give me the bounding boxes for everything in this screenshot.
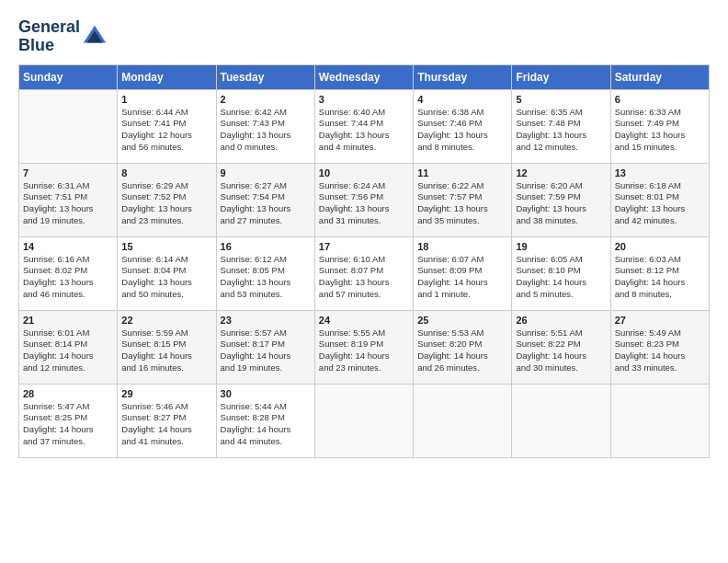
day-info: Sunrise: 5:46 AMSunset: 8:27 PMDaylight:… [121,401,211,448]
calendar-cell: 18Sunrise: 6:07 AMSunset: 8:09 PMDayligh… [414,236,512,310]
day-info: Sunrise: 6:12 AMSunset: 8:05 PMDaylight:… [221,254,311,301]
calendar-cell [314,384,413,457]
header-saturday: Saturday [610,64,709,89]
calendar-cell: 23Sunrise: 5:57 AMSunset: 8:17 PMDayligh… [216,310,314,384]
calendar-table: SundayMondayTuesdayWednesdayThursdayFrid… [18,64,710,458]
calendar-cell: 29Sunrise: 5:46 AMSunset: 8:27 PMDayligh… [118,384,216,457]
day-number: 27 [615,315,705,326]
day-number: 18 [417,241,507,252]
day-number: 21 [23,315,113,326]
day-info: Sunrise: 5:49 AMSunset: 8:23 PMDaylight:… [615,327,705,374]
header-friday: Friday [512,64,610,89]
calendar-cell: 11Sunrise: 6:22 AMSunset: 7:57 PMDayligh… [414,163,512,236]
day-info: Sunrise: 6:07 AMSunset: 8:09 PMDaylight:… [417,254,507,301]
day-number: 11 [417,167,507,178]
day-info: Sunrise: 5:47 AMSunset: 8:25 PMDaylight:… [23,401,113,448]
calendar-cell: 19Sunrise: 6:05 AMSunset: 8:10 PMDayligh… [512,236,610,310]
day-info: Sunrise: 5:53 AMSunset: 8:20 PMDaylight:… [417,327,507,374]
calendar-week-row: 14Sunrise: 6:16 AMSunset: 8:02 PMDayligh… [19,236,710,310]
day-number: 24 [319,315,409,326]
day-number: 29 [121,388,211,399]
day-number: 16 [221,241,311,252]
day-info: Sunrise: 6:10 AMSunset: 8:07 PMDaylight:… [319,254,409,301]
day-number: 6 [615,94,705,105]
calendar-cell: 3Sunrise: 6:40 AMSunset: 7:44 PMDaylight… [314,89,413,163]
page-header: General Blue [18,18,710,55]
day-info: Sunrise: 6:01 AMSunset: 8:14 PMDaylight:… [23,327,113,374]
calendar-week-row: 7Sunrise: 6:31 AMSunset: 7:51 PMDaylight… [19,163,710,236]
day-number: 30 [221,388,311,399]
day-number: 19 [516,241,606,252]
day-info: Sunrise: 6:33 AMSunset: 7:49 PMDaylight:… [615,107,705,154]
calendar-cell: 22Sunrise: 5:59 AMSunset: 8:15 PMDayligh… [118,310,216,384]
calendar-cell: 1Sunrise: 6:44 AMSunset: 7:41 PMDaylight… [118,89,216,163]
calendar-cell: 27Sunrise: 5:49 AMSunset: 8:23 PMDayligh… [610,310,709,384]
calendar-cell: 9Sunrise: 6:27 AMSunset: 7:54 PMDaylight… [216,163,314,236]
day-info: Sunrise: 5:57 AMSunset: 8:17 PMDaylight:… [221,327,311,374]
day-info: Sunrise: 6:40 AMSunset: 7:44 PMDaylight:… [319,107,409,154]
day-number: 23 [221,315,311,326]
calendar-cell: 20Sunrise: 6:03 AMSunset: 8:12 PMDayligh… [610,236,709,310]
calendar-cell: 26Sunrise: 5:51 AMSunset: 8:22 PMDayligh… [512,310,610,384]
calendar-cell: 15Sunrise: 6:14 AMSunset: 8:04 PMDayligh… [118,236,216,310]
calendar-cell: 30Sunrise: 5:44 AMSunset: 8:28 PMDayligh… [216,384,314,457]
calendar-cell: 2Sunrise: 6:42 AMSunset: 7:43 PMDaylight… [216,89,314,163]
calendar-cell: 17Sunrise: 6:10 AMSunset: 8:07 PMDayligh… [314,236,413,310]
calendar-cell: 25Sunrise: 5:53 AMSunset: 8:20 PMDayligh… [414,310,512,384]
day-info: Sunrise: 6:27 AMSunset: 7:54 PMDaylight:… [221,180,311,227]
day-number: 25 [417,315,507,326]
calendar-header-row: SundayMondayTuesdayWednesdayThursdayFrid… [19,64,710,89]
day-number: 8 [121,167,211,178]
day-info: Sunrise: 6:38 AMSunset: 7:46 PMDaylight:… [417,107,507,154]
day-number: 5 [516,94,606,105]
logo: General Blue [18,18,108,55]
day-number: 1 [121,94,211,105]
header-tuesday: Tuesday [216,64,314,89]
day-info: Sunrise: 5:55 AMSunset: 8:19 PMDaylight:… [319,327,409,374]
calendar-cell [19,89,118,163]
day-info: Sunrise: 5:51 AMSunset: 8:22 PMDaylight:… [516,327,606,374]
logo-text: General Blue [18,18,80,55]
day-info: Sunrise: 6:42 AMSunset: 7:43 PMDaylight:… [221,107,311,154]
day-number: 14 [23,241,113,252]
calendar-cell: 12Sunrise: 6:20 AMSunset: 7:59 PMDayligh… [512,163,610,236]
day-number: 22 [121,315,211,326]
calendar-cell: 21Sunrise: 6:01 AMSunset: 8:14 PMDayligh… [19,310,118,384]
day-number: 17 [319,241,409,252]
day-info: Sunrise: 6:03 AMSunset: 8:12 PMDaylight:… [615,254,705,301]
calendar-cell: 5Sunrise: 6:35 AMSunset: 7:48 PMDaylight… [512,89,610,163]
day-number: 7 [23,167,113,178]
calendar-cell: 4Sunrise: 6:38 AMSunset: 7:46 PMDaylight… [414,89,512,163]
day-number: 15 [121,241,211,252]
header-monday: Monday [118,64,216,89]
day-info: Sunrise: 6:22 AMSunset: 7:57 PMDaylight:… [417,180,507,227]
header-thursday: Thursday [414,64,512,89]
day-number: 13 [615,167,705,178]
day-info: Sunrise: 6:16 AMSunset: 8:02 PMDaylight:… [23,254,113,301]
calendar-cell: 13Sunrise: 6:18 AMSunset: 8:01 PMDayligh… [610,163,709,236]
day-info: Sunrise: 5:59 AMSunset: 8:15 PMDaylight:… [121,327,211,374]
day-info: Sunrise: 6:29 AMSunset: 7:52 PMDaylight:… [121,180,211,227]
day-info: Sunrise: 6:35 AMSunset: 7:48 PMDaylight:… [516,107,606,154]
day-number: 9 [221,167,311,178]
day-info: Sunrise: 6:14 AMSunset: 8:04 PMDaylight:… [121,254,211,301]
day-number: 10 [319,167,409,178]
day-number: 2 [221,94,311,105]
calendar-cell: 16Sunrise: 6:12 AMSunset: 8:05 PMDayligh… [216,236,314,310]
day-number: 26 [516,315,606,326]
day-number: 12 [516,167,606,178]
calendar-cell: 8Sunrise: 6:29 AMSunset: 7:52 PMDaylight… [118,163,216,236]
day-info: Sunrise: 6:05 AMSunset: 8:10 PMDaylight:… [516,254,606,301]
calendar-cell: 14Sunrise: 6:16 AMSunset: 8:02 PMDayligh… [19,236,118,310]
day-info: Sunrise: 6:20 AMSunset: 7:59 PMDaylight:… [516,180,606,227]
calendar-week-row: 28Sunrise: 5:47 AMSunset: 8:25 PMDayligh… [19,384,710,457]
calendar-cell [414,384,512,457]
calendar-cell: 24Sunrise: 5:55 AMSunset: 8:19 PMDayligh… [314,310,413,384]
calendar-cell: 7Sunrise: 6:31 AMSunset: 7:51 PMDaylight… [19,163,118,236]
day-number: 20 [615,241,705,252]
calendar-cell: 6Sunrise: 6:33 AMSunset: 7:49 PMDaylight… [610,89,709,163]
day-info: Sunrise: 6:31 AMSunset: 7:51 PMDaylight:… [23,180,113,227]
day-number: 28 [23,388,113,399]
day-info: Sunrise: 5:44 AMSunset: 8:28 PMDaylight:… [221,401,311,448]
day-info: Sunrise: 6:24 AMSunset: 7:56 PMDaylight:… [319,180,409,227]
